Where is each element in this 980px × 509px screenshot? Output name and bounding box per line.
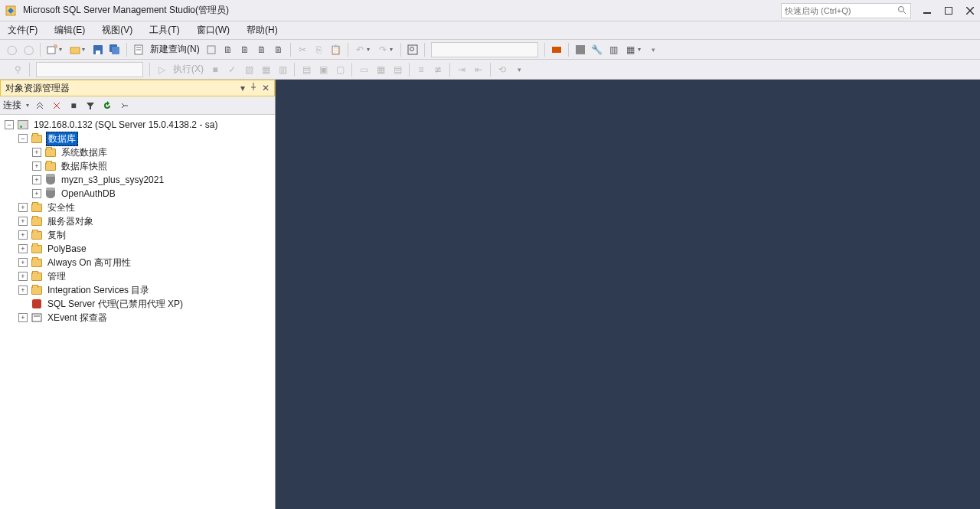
execute-icon: ▷ — [154, 62, 169, 77]
find-button[interactable] — [405, 42, 420, 57]
svg-rect-7 — [47, 47, 55, 54]
minimize-button[interactable] — [922, 5, 933, 16]
results-grid-button[interactable]: ▦ — [373, 62, 388, 77]
tree-node-polybase[interactable]: +PolyBase — [2, 242, 273, 256]
menu-file[interactable]: 文件(F) — [5, 22, 41, 38]
dropdown-arrow-icon[interactable]: ▾ — [367, 42, 373, 57]
toolbar-options-button[interactable]: ▾ — [646, 42, 662, 57]
indent-button[interactable]: ⇥ — [454, 62, 469, 77]
tree-node-sql-agent[interactable]: SQL Server 代理(已禁用代理 XP) — [2, 297, 273, 311]
save-button[interactable] — [90, 42, 106, 57]
tree-node-databases[interactable]: −数据库 — [2, 132, 273, 145]
specify-values-button[interactable]: ⟲ — [495, 62, 510, 77]
close-panel-icon[interactable]: ✕ — [262, 83, 270, 93]
registered-servers-button[interactable] — [573, 42, 588, 57]
tree-node-server[interactable]: −192.168.0.132 (SQL Server 15.0.4138.2 -… — [2, 118, 273, 132]
tree-node-security[interactable]: +安全性 — [2, 201, 273, 214]
quick-launch-input[interactable] — [785, 6, 897, 15]
refresh-button[interactable] — [101, 100, 113, 112]
window-position-icon[interactable]: ▾ — [240, 83, 245, 93]
new-project-button[interactable] — [44, 42, 60, 57]
object-explorer-panel: 对象资源管理器 ▾ ✕ 连接▾ ■ −192.168.0.132 (SQL Se… — [0, 80, 276, 509]
undo-button[interactable]: ↶ — [352, 42, 368, 57]
connect-label[interactable]: 连接 — [3, 99, 21, 112]
tree-node-management[interactable]: +管理 — [2, 269, 273, 283]
properties-button[interactable]: 🔧 — [590, 42, 605, 57]
maximize-button[interactable] — [943, 5, 954, 16]
dropdown-arrow-icon[interactable]: ▾ — [638, 42, 644, 57]
stop-button[interactable]: ■ — [67, 100, 80, 112]
panel-header: 对象资源管理器 ▾ ✕ — [0, 80, 275, 96]
tree-node-database-2[interactable]: +OpenAuthDB — [2, 187, 273, 201]
include-plan-button[interactable]: ▤ — [299, 62, 314, 77]
analysis-mdx-button[interactable]: 🗎 — [220, 42, 236, 57]
parse-button[interactable]: ✓ — [224, 62, 240, 77]
analysis-dax-button[interactable]: 🗎 — [271, 42, 286, 57]
tree-node-system-databases[interactable]: +系统数据库 — [2, 145, 273, 159]
connect-button[interactable]: ⚲ — [10, 62, 25, 77]
save-all-button[interactable] — [107, 42, 122, 57]
menu-edit[interactable]: 编辑(E) — [51, 22, 88, 38]
tree-node-database-snapshots[interactable]: +数据库快照 — [2, 159, 273, 173]
connect-object-explorer-button[interactable] — [34, 100, 46, 112]
comment-button[interactable]: ≡ — [413, 62, 429, 77]
analysis-xmla-button[interactable]: 🗎 — [254, 42, 270, 57]
pin-icon[interactable] — [250, 83, 257, 93]
object-explorer-tree[interactable]: −192.168.0.132 (SQL Server 15.0.4138.2 -… — [0, 115, 275, 509]
quick-launch-box[interactable] — [781, 3, 911, 18]
svg-rect-20 — [576, 45, 585, 54]
new-query-icon[interactable] — [131, 42, 146, 57]
filter-button[interactable] — [84, 100, 96, 112]
results-text-button[interactable]: ▭ — [356, 62, 371, 77]
client-stats-button[interactable]: ▢ — [332, 62, 348, 77]
dropdown-arrow-icon[interactable]: ▾ — [82, 42, 88, 57]
include-stats-button[interactable]: ▣ — [315, 62, 331, 77]
solution-config-dropdown[interactable] — [431, 42, 538, 57]
svg-rect-17 — [408, 45, 417, 54]
redo-button[interactable]: ↷ — [375, 42, 390, 57]
execute-button[interactable]: 执行(X) — [170, 62, 207, 77]
tree-node-alwayson[interactable]: +Always On 高可用性 — [2, 256, 273, 269]
panel-title: 对象资源管理器 — [5, 82, 70, 95]
app-icon — [5, 5, 17, 17]
open-file-button[interactable] — [67, 42, 83, 57]
object-explorer-button[interactable]: ▥ — [606, 42, 622, 57]
menu-help[interactable]: 帮助(H) — [243, 22, 281, 38]
nav-back-button[interactable]: ◯ — [4, 42, 19, 57]
tree-node-xevent[interactable]: +XEvent 探查器 — [2, 311, 273, 325]
activity-monitor-button[interactable] — [549, 42, 564, 57]
tree-node-replication[interactable]: +复制 — [2, 228, 273, 242]
intellisense-button[interactable]: ▥ — [275, 62, 290, 77]
analysis-dmx-button[interactable]: 🗎 — [237, 42, 253, 57]
tree-node-integration-services[interactable]: +Integration Services 目录 — [2, 283, 273, 297]
uncomment-button[interactable]: ≢ — [430, 62, 446, 77]
new-query-button[interactable]: 新建查询(N) — [147, 42, 203, 57]
svg-point-1 — [899, 6, 904, 11]
close-button[interactable] — [965, 5, 975, 16]
menu-tools[interactable]: 工具(T) — [146, 22, 182, 38]
cut-button[interactable]: ✂ — [295, 42, 310, 57]
dropdown-arrow-icon[interactable]: ▾ — [59, 42, 65, 57]
nav-forward-button[interactable]: ◯ — [21, 42, 36, 57]
copy-button[interactable]: ⎘ — [312, 42, 327, 57]
paste-button[interactable]: 📋 — [328, 42, 344, 57]
document-area — [276, 80, 980, 509]
svg-point-18 — [410, 47, 413, 51]
estimated-plan-button[interactable]: ▧ — [241, 62, 256, 77]
menu-window[interactable]: 窗口(W) — [194, 22, 233, 38]
tree-node-database-1[interactable]: +myzn_s3_plus_sysy2021 — [2, 173, 273, 187]
debug-button[interactable]: ■ — [207, 62, 223, 77]
query-options-button[interactable]: ▦ — [258, 62, 273, 77]
toolbar-options-button-2[interactable]: ▾ — [511, 62, 527, 77]
sync-button[interactable] — [118, 100, 130, 112]
dropdown-arrow-icon[interactable]: ▾ — [390, 42, 396, 57]
results-file-button[interactable]: ▤ — [390, 62, 405, 77]
outdent-button[interactable]: ⇤ — [471, 62, 486, 77]
tree-node-server-objects[interactable]: +服务器对象 — [2, 214, 273, 228]
disconnect-button[interactable] — [51, 100, 63, 112]
template-browser-button[interactable]: ▦ — [623, 42, 639, 57]
menu-view[interactable]: 视图(V) — [99, 22, 136, 38]
database-engine-query-button[interactable] — [204, 42, 219, 57]
available-databases-dropdown[interactable] — [36, 62, 143, 77]
window-title: Microsoft SQL Server Management Studio(管… — [23, 4, 229, 17]
